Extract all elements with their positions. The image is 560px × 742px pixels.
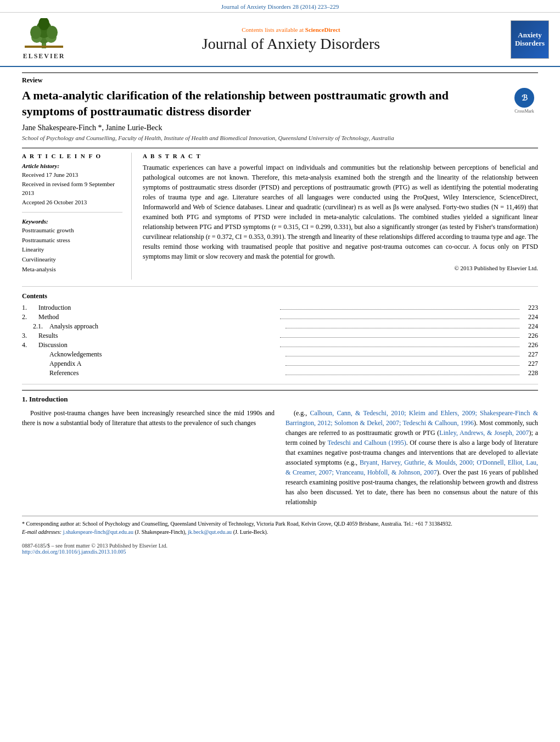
journal-header: ELSEVIER Contents lists available at Sci… <box>0 13 560 67</box>
contents-item-2-1: 2.1. Analysis approach 224 <box>22 322 538 331</box>
page-footer: 0887-6185/$ – see front matter © 2013 Pu… <box>22 540 538 555</box>
email-name-2: (J. Lurie-Beck). <box>233 529 268 535</box>
keyword-5: Meta-analysis <box>22 265 122 275</box>
contents-section: Contents 1. Introduction 223 2. Method 2… <box>22 292 538 377</box>
introduction-section: 1. Introduction Positive post-trauma cha… <box>22 390 538 510</box>
contents-item-refs: References 228 <box>22 369 538 377</box>
intro-two-col: Positive post-trauma changes have been i… <box>22 408 538 510</box>
contents-item-4: 4. Discussion 226 <box>22 341 538 349</box>
contents-list: 1. Introduction 223 2. Method 224 2.1. A… <box>22 304 538 377</box>
email-link-2[interactable]: jk.beck@qut.edu.au <box>188 529 232 535</box>
crossmark-area: ℬ CrossMark <box>511 88 538 114</box>
svg-point-6 <box>47 26 58 39</box>
article-title: A meta-analytic clarification of the rel… <box>22 88 511 119</box>
intro-col-left: Positive post-trauma changes have been i… <box>22 408 275 510</box>
contents-heading: Contents <box>22 292 538 300</box>
article-history: Article history: Received 17 June 2013 R… <box>22 163 122 207</box>
journal-logo-area: Anxiety Disorders <box>505 20 549 59</box>
contents-item-appendix: Appendix A 227 <box>22 360 538 368</box>
contents-item-2: 2. Method 224 <box>22 313 538 321</box>
issn-line: 0887-6185/$ – see front matter © 2013 Pu… <box>22 543 538 549</box>
authors: Jane Shakespeare-Finch *, Janine Lurie-B… <box>22 124 538 132</box>
abstract-text: Traumatic experiences can have a powerfu… <box>143 163 538 261</box>
affiliation: School of Psychology and Counselling, Fa… <box>22 135 538 141</box>
svg-rect-8 <box>25 46 63 48</box>
copyright: © 2013 Published by Elsevier Ltd. <box>143 265 538 271</box>
received-date: Received 17 June 2013 <box>22 170 122 180</box>
article-info-heading: A R T I C L E I N F O <box>22 153 122 159</box>
email-link-1[interactable]: j.shakespeare-finch@qut.edu.au <box>63 529 133 535</box>
history-label: Article history: <box>22 163 122 169</box>
keyword-1: Posttraumatic growth <box>22 226 122 236</box>
citation-text: Journal of Anxiety Disorders 28 (2014) 2… <box>221 3 339 10</box>
keyword-3: Linearity <box>22 245 122 255</box>
ref-link-4[interactable]: Bryant, Harvey, Guthrie, & Moulds, 2000;… <box>285 459 538 476</box>
article-body: Review A meta-analytic clarification of … <box>0 67 560 560</box>
intro-right-para: (e.g., Calhoun, Cann, & Tedeschi, 2010; … <box>285 408 538 507</box>
ref-link-1[interactable]: Calhoun, Cann, & Tedeschi, 2010; Kleim a… <box>285 409 538 427</box>
intro-section-title: 1. Introduction <box>22 395 538 404</box>
journal-title: Journal of Anxiety Disorders <box>77 35 505 53</box>
corresponding-author: * Corresponding author at: School of Psy… <box>22 520 538 528</box>
logo-line1: Anxiety <box>518 31 541 39</box>
contents-item-ack: Acknowledgements 227 <box>22 350 538 359</box>
crossmark-label: CrossMark <box>514 109 534 114</box>
elsevier-tree-icon <box>22 18 66 51</box>
intro-col-right: (e.g., Calhoun, Cann, & Tedeschi, 2010; … <box>285 408 538 510</box>
intro-left-para: Positive post-trauma changes have been i… <box>22 408 275 428</box>
abstract-heading: A B S T R A C T <box>143 153 538 159</box>
abstract-section: A B S T R A C T Traumatic experiences ca… <box>143 153 538 280</box>
keyword-2: Posttraumatic stress <box>22 236 122 246</box>
doi-link[interactable]: http://dx.doi.org/10.1016/j.janxdis.2013… <box>22 549 538 555</box>
keywords-label: Keywords: <box>22 218 122 225</box>
ref-link-3[interactable]: Tedeschi and Calhoun (1995) <box>327 439 406 447</box>
ref-link-2[interactable]: Linley, Andrews, & Joseph, 2007 <box>439 429 529 437</box>
elsevier-logo: ELSEVIER <box>11 18 77 60</box>
svg-point-5 <box>30 26 41 39</box>
sciencedirect-link[interactable]: ScienceDirect <box>305 26 340 33</box>
article-info: A R T I C L E I N F O Article history: R… <box>22 153 132 280</box>
elsevier-wordmark: ELSEVIER <box>23 52 65 60</box>
keywords-section: Keywords: Posttraumatic growth Posttraum… <box>22 218 122 274</box>
email-name-1: (J. Shakespeare-Finch), <box>135 529 186 535</box>
email-addresses: E-mail addresses: j.shakespeare-finch@qu… <box>22 528 538 536</box>
crossmark-icon[interactable]: ℬ <box>514 88 534 108</box>
article-info-abstract-section: A R T I C L E I N F O Article history: R… <box>22 148 538 280</box>
top-citation-bar: Journal of Anxiety Disorders 28 (2014) 2… <box>0 0 560 13</box>
contents-item-3: 3. Results 226 <box>22 332 538 340</box>
journal-logo-box: Anxiety Disorders <box>511 20 549 59</box>
svg-text:ℬ: ℬ <box>522 94 528 102</box>
keywords-list: Posttraumatic growth Posttraumatic stres… <box>22 226 122 274</box>
section-type-label: Review <box>22 72 538 85</box>
revised-date: Received in revised form 9 September 201… <box>22 180 122 198</box>
elsevier-logo-area: ELSEVIER <box>11 18 77 60</box>
sciencedirect-link-text: Contents lists available at ScienceDirec… <box>77 26 505 33</box>
keyword-4: Curvilinearity <box>22 255 122 265</box>
logo-line2: Disorders <box>515 39 545 47</box>
journal-header-center: Contents lists available at ScienceDirec… <box>77 26 505 53</box>
accepted-date: Accepted 26 October 2013 <box>22 198 122 207</box>
footnotes: * Corresponding author at: School of Psy… <box>22 516 538 536</box>
contents-item-1: 1. Introduction 223 <box>22 304 538 312</box>
title-section: A meta-analytic clarification of the rel… <box>22 88 538 119</box>
